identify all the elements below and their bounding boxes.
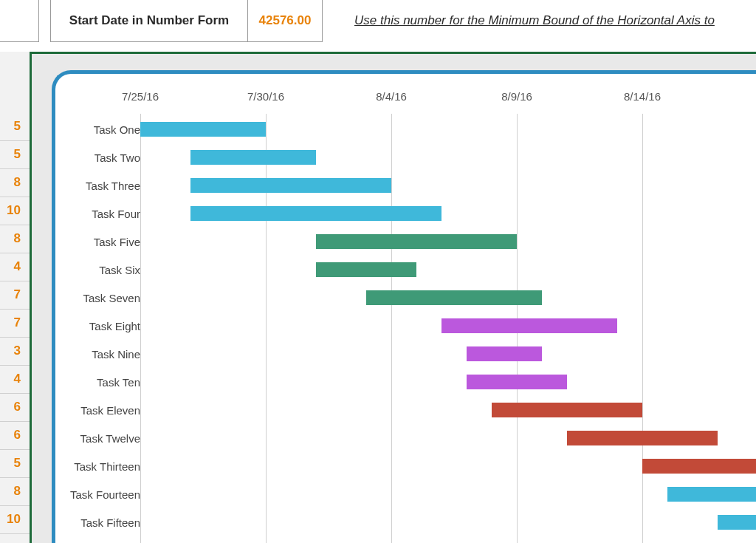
- left-row-divider: [0, 449, 30, 450]
- left-row-divider: [0, 505, 30, 506]
- gantt-row: Task Six: [55, 256, 756, 284]
- gantt-row: Task Ten: [55, 368, 756, 396]
- task-bar[interactable]: [467, 346, 542, 361]
- gantt-row: Task One: [55, 115, 756, 143]
- task-bar[interactable]: [366, 290, 542, 305]
- left-duration-value: 8: [0, 232, 28, 245]
- gantt-row: Task Fifteen: [55, 508, 756, 536]
- left-duration-value: 5: [0, 120, 28, 133]
- gantt-row: Task Two: [55, 143, 756, 171]
- left-row-divider: [0, 140, 30, 141]
- left-duration-value: 5: [0, 148, 28, 161]
- task-label: Task Five: [55, 236, 140, 248]
- gantt-row: Task Five: [55, 228, 756, 256]
- task-label: Task Four: [55, 208, 140, 220]
- gantt-row: Task Four: [55, 199, 756, 228]
- gantt-row: Task Nine: [55, 340, 756, 368]
- left-duration-value: 7: [0, 288, 28, 301]
- left-duration-column: 55810847734665810: [0, 52, 30, 543]
- left-row-divider: [0, 281, 30, 281]
- left-duration-value: 6: [0, 400, 28, 414]
- task-bar[interactable]: [190, 150, 316, 165]
- task-label: Task Fifteen: [55, 516, 140, 529]
- task-bar[interactable]: [667, 487, 756, 502]
- task-bar[interactable]: [140, 122, 266, 137]
- gantt-row: Task Twelve: [55, 424, 756, 452]
- start-date-value-cell[interactable]: 42576.00: [247, 0, 323, 42]
- task-bar[interactable]: [642, 459, 756, 474]
- gantt-row: Task Fourteen: [55, 480, 756, 508]
- left-row-divider: [0, 477, 30, 478]
- left-duration-value: 7: [0, 316, 28, 329]
- left-duration-value: 4: [0, 372, 28, 386]
- x-tick-label: 8/14/16: [624, 90, 661, 103]
- task-bar[interactable]: [316, 234, 517, 249]
- left-row-divider: [0, 533, 30, 534]
- left-duration-value: 4: [0, 260, 28, 273]
- left-duration-value: 5: [0, 457, 28, 470]
- left-duration-value: 8: [0, 485, 28, 498]
- left-duration-value: 3: [0, 344, 28, 358]
- task-bar[interactable]: [441, 318, 617, 333]
- left-duration-value: 10: [0, 513, 28, 526]
- task-bar[interactable]: [190, 206, 441, 221]
- axis-hint-cell[interactable]: Use this number for the Minimum Bound of…: [354, 0, 756, 41]
- gantt-plot[interactable]: 7/25/167/30/168/4/168/9/168/14/16 Task O…: [52, 70, 756, 543]
- task-bar[interactable]: [567, 431, 718, 445]
- task-bar[interactable]: [718, 515, 756, 530]
- axis-hint-text: Use this number for the Minimum Bound of…: [354, 13, 715, 28]
- task-label: Task Eleven: [55, 404, 140, 417]
- x-tick-label: 8/4/16: [376, 90, 407, 103]
- task-label: Task Fourteen: [55, 488, 140, 501]
- task-bar[interactable]: [467, 375, 567, 389]
- left-row-divider: [0, 225, 30, 225]
- left-row-divider: [0, 393, 30, 394]
- task-label: Task Eight: [55, 320, 140, 332]
- gantt-row: Task Seven: [55, 284, 756, 312]
- task-label: Task Two: [55, 151, 140, 164]
- x-tick-label: 7/30/16: [247, 90, 284, 103]
- left-row-divider: [0, 337, 30, 338]
- gantt-row: Task Thirteen: [55, 452, 756, 480]
- task-label: Task Three: [55, 180, 140, 192]
- task-label: Task Thirteen: [55, 460, 140, 473]
- top-row: Start Date in Number Form 42576.00 Use t…: [0, 0, 756, 52]
- x-tick-label: 8/9/16: [501, 90, 532, 103]
- x-axis: 7/25/167/30/168/4/168/9/168/14/16: [55, 74, 756, 114]
- task-label: Task Seven: [55, 292, 140, 304]
- task-label: Task One: [55, 123, 140, 136]
- left-row-divider: [0, 197, 30, 197]
- left-duration-value: 6: [0, 428, 28, 442]
- left-row-divider: [0, 253, 30, 253]
- left-row-divider: [0, 168, 30, 169]
- gantt-row: Task Three: [55, 171, 756, 199]
- task-label: Task Six: [55, 264, 140, 276]
- task-label: Task Twelve: [55, 432, 140, 445]
- left-duration-value: 10: [0, 204, 28, 217]
- x-tick-label: 7/25/16: [122, 90, 159, 103]
- start-date-label-cell[interactable]: Start Date in Number Form: [50, 0, 248, 42]
- task-bar[interactable]: [190, 178, 391, 193]
- left-row-divider: [0, 365, 30, 366]
- gantt-row: Task Eight: [55, 312, 756, 340]
- left-row-divider: [0, 421, 30, 422]
- start-date-value: 42576.00: [259, 13, 312, 28]
- start-date-label: Start Date in Number Form: [69, 13, 229, 28]
- gantt-row: Task Eleven: [55, 396, 756, 424]
- task-bar[interactable]: [492, 403, 642, 417]
- task-label: Task Nine: [55, 348, 140, 361]
- left-duration-value: 8: [0, 176, 28, 189]
- blank-cell[interactable]: [0, 0, 39, 42]
- task-bar[interactable]: [316, 262, 416, 277]
- left-row-divider: [0, 309, 30, 310]
- task-label: Task Ten: [55, 376, 140, 389]
